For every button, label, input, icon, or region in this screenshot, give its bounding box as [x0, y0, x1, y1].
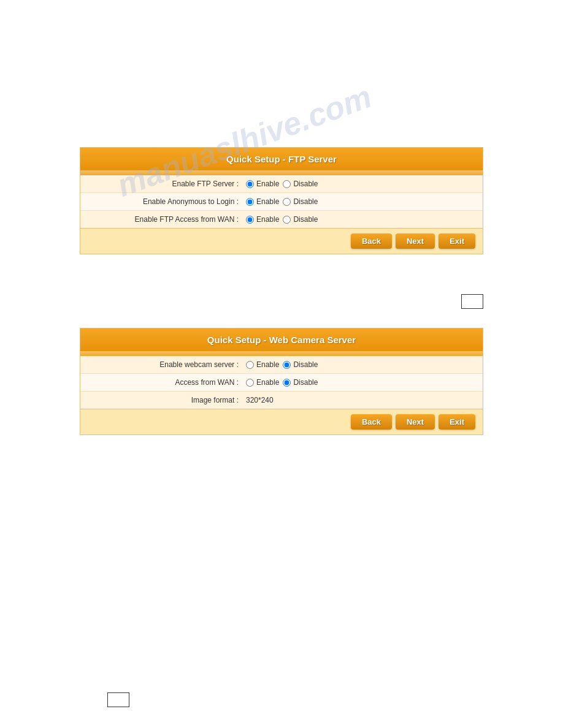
webcam-wan-disable-radio[interactable] — [283, 379, 291, 387]
ftp-anon-controls: Enable Disable — [246, 197, 318, 206]
ftp-card-subheader — [80, 170, 483, 175]
webcam-wan-row: Access from WAN : Enable Disable — [80, 374, 483, 392]
webcam-exit-button[interactable]: Exit — [439, 414, 475, 430]
image-format-row: Image format : 320*240 — [80, 392, 483, 409]
ftp-anon-disable-label[interactable]: Disable — [283, 197, 318, 206]
ftp-wan-enable-radio[interactable] — [246, 216, 254, 224]
ftp-server-disable-radio[interactable] — [283, 180, 291, 188]
webcam-wan-disable-label[interactable]: Disable — [283, 378, 318, 387]
ftp-server-label: Enable FTP Server : — [86, 180, 246, 188]
webcam-server-card: Quick Setup - Web Camera Server Enable w… — [80, 328, 483, 435]
webcam-disable-label[interactable]: Disable — [283, 360, 318, 369]
image-format-controls: 320*240 — [246, 396, 274, 404]
webcam-enable-radio[interactable] — [246, 361, 254, 369]
ftp-wan-enable-label[interactable]: Enable — [246, 215, 279, 224]
webcam-wan-enable-label[interactable]: Enable — [246, 378, 279, 387]
webcam-enable-label[interactable]: Enable — [246, 360, 279, 369]
ftp-server-disable-label[interactable]: Disable — [283, 180, 318, 188]
image-format-label: Image format : — [86, 396, 246, 404]
ftp-server-enable-radio[interactable] — [246, 180, 254, 188]
webcam-server-row: Enable webcam server : Enable Disable — [80, 356, 483, 374]
webcam-card-footer: Back Next Exit — [80, 409, 483, 434]
ftp-anon-row: Enable Anonymous to Login : Enable Disab… — [80, 193, 483, 211]
section-gap — [80, 267, 483, 303]
webcam-server-label: Enable webcam server : — [86, 360, 246, 369]
webcam-card-body: Enable webcam server : Enable Disable Ac… — [80, 356, 483, 409]
webcam-wan-controls: Enable Disable — [246, 378, 318, 387]
ftp-server-row: Enable FTP Server : Enable Disable — [80, 175, 483, 193]
ftp-wan-disable-radio[interactable] — [283, 216, 291, 224]
ftp-back-button[interactable]: Back — [351, 233, 392, 249]
ftp-anon-enable-radio[interactable] — [246, 198, 254, 206]
ftp-wan-row: Enable FTP Access from WAN : Enable Disa… — [80, 211, 483, 228]
ftp-anon-label: Enable Anonymous to Login : — [86, 197, 246, 206]
ftp-anon-disable-radio[interactable] — [283, 198, 291, 206]
ftp-wan-label: Enable FTP Access from WAN : — [86, 215, 246, 224]
image-format-value: 320*240 — [246, 396, 274, 404]
webcam-wan-label: Access from WAN : — [86, 378, 246, 387]
webcam-next-button[interactable]: Next — [396, 414, 435, 430]
ftp-next-button[interactable]: Next — [396, 233, 435, 249]
ftp-server-enable-label[interactable]: Enable — [246, 180, 279, 188]
ftp-card-footer: Back Next Exit — [80, 228, 483, 254]
ftp-exit-button[interactable]: Exit — [439, 233, 475, 249]
webcam-card-subheader — [80, 351, 483, 356]
ftp-server-controls: Enable Disable — [246, 180, 318, 188]
ftp-wan-controls: Enable Disable — [246, 215, 318, 224]
webcam-wan-enable-radio[interactable] — [246, 379, 254, 387]
webcam-server-controls: Enable Disable — [246, 360, 318, 369]
webcam-card-title: Quick Setup - Web Camera Server — [80, 328, 483, 351]
corner-marker-1 — [461, 294, 483, 309]
ftp-wan-disable-label[interactable]: Disable — [283, 215, 318, 224]
ftp-card-title: Quick Setup - FTP Server — [80, 148, 483, 170]
webcam-disable-radio[interactable] — [283, 361, 291, 369]
webcam-back-button[interactable]: Back — [351, 414, 392, 430]
ftp-card-body: Enable FTP Server : Enable Disable Enabl… — [80, 175, 483, 228]
ftp-anon-enable-label[interactable]: Enable — [246, 197, 279, 206]
ftp-server-card: Quick Setup - FTP Server Enable FTP Serv… — [80, 147, 483, 254]
corner-marker-2 — [107, 692, 129, 707]
